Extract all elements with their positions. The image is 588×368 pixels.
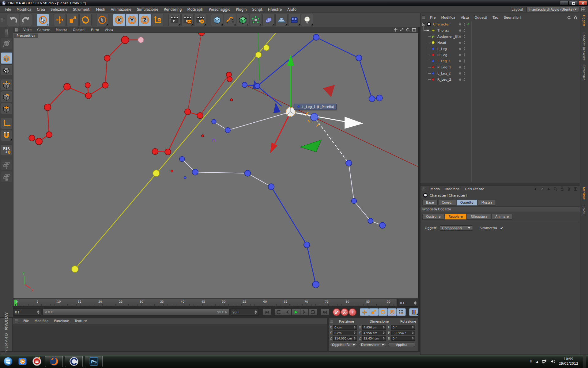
taskbar-red-app[interactable]: [31, 355, 43, 368]
editor-render-dots[interactable]: [464, 23, 465, 24]
search-icon[interactable]: [553, 187, 558, 191]
key-position-button[interactable]: [360, 308, 369, 316]
add-array-button[interactable]: [250, 14, 262, 26]
editor-render-dots[interactable]: [464, 29, 465, 30]
tr-loop-back-button[interactable]: [274, 309, 283, 316]
visibility-dot[interactable]: [459, 36, 461, 38]
viewport-scene[interactable]: Y X Prospettiva L_Leg_1 (L_Patella): [13, 33, 418, 299]
menu-item-file[interactable]: File: [21, 318, 32, 324]
render-settings-button[interactable]: [194, 14, 206, 26]
range-end-spinner[interactable]: [254, 310, 257, 314]
axis-mode-button[interactable]: [1, 118, 12, 129]
menu-item-segnalibri[interactable]: Segnalibri: [501, 15, 523, 20]
coordinates-grip[interactable]: [330, 320, 333, 323]
range-right-arrow-icon[interactable]: [225, 311, 227, 313]
panel-splitter[interactable]: [420, 183, 580, 186]
coord-field-dimensione-z[interactable]: 33.454 cm: [362, 336, 386, 341]
lock-y-button[interactable]: Y: [126, 14, 138, 26]
status-grip[interactable]: [1, 352, 4, 355]
menu-item-tag[interactable]: Tag: [490, 15, 501, 20]
character-tag-check[interactable]: ✔: [467, 22, 470, 26]
tree-item-Character[interactable]: Character✔: [421, 21, 579, 27]
add-nurbs-button[interactable]: [237, 14, 249, 26]
editor-render-dots[interactable]: [464, 53, 465, 55]
tree-item-L_Leg[interactable]: L_Leg: [421, 46, 579, 52]
menu-item-mostra[interactable]: Mostra: [53, 28, 70, 32]
visibility-dot[interactable]: [459, 54, 461, 56]
tree-item-R_Leg_2[interactable]: R_Leg_2: [421, 76, 579, 82]
search-icon[interactable]: [567, 15, 571, 20]
viewport-pan-icon[interactable]: [393, 27, 398, 32]
scale-button[interactable]: [66, 14, 79, 26]
key-pointlevel-button[interactable]: [397, 308, 406, 316]
coord-spinner[interactable]: [354, 337, 356, 340]
menu-item-simulazione[interactable]: Simulazione: [134, 7, 161, 12]
menu-item-modifica[interactable]: Modifica: [438, 15, 458, 20]
timeline-ruler[interactable]: 051015202530354045505560657075808590: [13, 299, 397, 307]
redo-button[interactable]: [20, 14, 32, 26]
visibility-dot[interactable]: [459, 72, 461, 75]
editor-render-dots[interactable]: [464, 72, 465, 73]
tr-prev-button[interactable]: [283, 309, 292, 316]
taskbar-cinema-4d[interactable]: [65, 356, 83, 367]
lock-icon[interactable]: [560, 187, 564, 191]
tr-loop-fwd-button[interactable]: [309, 309, 317, 316]
menu-item-selezione[interactable]: Selezione: [48, 7, 70, 12]
texture-mode-button[interactable]: [1, 64, 12, 76]
history-back-icon[interactable]: [533, 187, 537, 191]
tree-item-Abdomen_IK[interactable]: Abdomen_IK: [421, 33, 579, 40]
coord-field-dimensione-x[interactable]: 4.956 cm: [362, 325, 386, 330]
menu-item-animazione[interactable]: Animazione: [108, 7, 134, 12]
minimize-button[interactable]: [560, 1, 569, 6]
toolbar-grip[interactable]: [1, 18, 4, 22]
oggetti-dropdown[interactable]: Componenti: [440, 225, 473, 231]
viewport-zoom-icon[interactable]: [399, 27, 404, 32]
range-start-spinner[interactable]: [37, 310, 40, 314]
menu-item-vista[interactable]: Vista: [102, 28, 116, 32]
menu-item-mesh[interactable]: Mesh: [93, 7, 108, 12]
frame-spinner[interactable]: [414, 301, 417, 305]
editor-render-dots[interactable]: [464, 35, 465, 36]
rec-auto-button[interactable]: [341, 308, 349, 316]
coord-field-posizione-z[interactable]: 114.065 cm: [333, 336, 357, 341]
points-mode-button[interactable]: [1, 79, 12, 90]
visibility-dot[interactable]: [459, 29, 461, 32]
coord-dropdown-posizione[interactable]: Oggetto (Re: [330, 342, 357, 347]
tr-play-button[interactable]: [292, 309, 300, 316]
taskbar-photoshop[interactable]: Ps: [85, 356, 103, 367]
tab-regolare[interactable]: Regolare: [445, 214, 466, 220]
home-icon[interactable]: [573, 15, 578, 20]
menu-item-modifica[interactable]: Modifica: [443, 186, 462, 192]
coord-field-rotazione-h[interactable]: 0 °: [391, 325, 415, 330]
coord-field-dimensione-y[interactable]: 4.956 cm: [362, 331, 386, 335]
editor-render-dots[interactable]: [464, 47, 465, 48]
menu-item-vista[interactable]: Vista: [458, 15, 472, 20]
history-forward-icon[interactable]: [546, 187, 551, 191]
tree-item-Thorax[interactable]: Thorax: [421, 27, 579, 33]
select-live-button[interactable]: [37, 14, 49, 26]
coord-field-rotazione-b[interactable]: 0 °: [391, 336, 415, 341]
visibility-dot[interactable]: [459, 42, 461, 44]
language-indicator[interactable]: IT: [530, 359, 533, 363]
add-camera-button[interactable]: [288, 14, 300, 26]
tree-item-L_Leg_1[interactable]: L_Leg_1: [421, 58, 579, 64]
render-picture-button[interactable]: [181, 14, 194, 26]
menu-item-camere[interactable]: Camere: [34, 28, 53, 32]
key-scale-button[interactable]: [369, 308, 378, 316]
visibility-dot[interactable]: [459, 66, 461, 68]
tab-costruire[interactable]: Costruire: [422, 214, 444, 220]
network-icon[interactable]: [542, 359, 547, 364]
visibility-dot[interactable]: [459, 79, 461, 81]
model-mode-button[interactable]: [1, 52, 12, 64]
coord-spinner[interactable]: [383, 337, 385, 340]
tr-end-button[interactable]: [321, 309, 329, 316]
new-window-icon[interactable]: [573, 187, 578, 191]
tr-next-button[interactable]: [300, 309, 309, 316]
coord-spinner[interactable]: [354, 332, 356, 334]
menu-item-plugin[interactable]: Plugin: [233, 7, 249, 12]
move-button[interactable]: [54, 14, 66, 26]
section-header[interactable]: Proprietà Oggetto: [420, 206, 580, 212]
clock[interactable]: 10:59 29/03/2012: [559, 357, 579, 366]
menu-item-mograph[interactable]: MoGraph: [184, 7, 206, 12]
volume-icon[interactable]: [550, 359, 556, 364]
